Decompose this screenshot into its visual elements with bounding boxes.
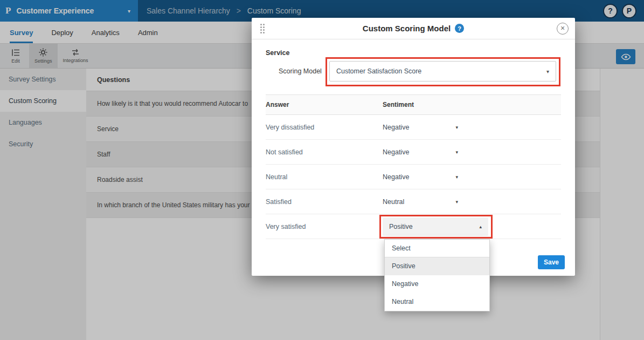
save-button[interactable]: Save [538,255,565,269]
dialog-header: Custom Scoring Model ? × [252,18,575,39]
menu-option-neutral[interactable]: Neutral [385,293,489,311]
sentiment-dropdown-open[interactable]: Positive ▴ [383,217,488,236]
answer-row: Satisfied Neutral ▾ [266,189,561,214]
dialog-body: Service Scoring Model Customer Satisfact… [252,49,575,239]
sentiment-value: Positive [389,223,413,230]
close-icon[interactable]: × [557,23,569,35]
answers-table-header: Answer Sentiment [266,94,561,115]
answer-row: Not satisfied Negative ▾ [266,140,561,165]
answer-row: Neutral Negative ▾ [266,165,561,189]
answer-label: Very dissatisfied [266,124,383,131]
sentiment-dropdown[interactable]: Neutral ▾ [383,198,458,206]
service-section-label: Service [266,49,561,57]
scoring-model-field: Scoring Model Customer Satisfaction Scor… [279,61,556,81]
custom-scoring-model-dialog: Custom Scoring Model ? × Service Scoring… [252,18,575,276]
app-window: P Customer Experience ▾ Sales Channel Hi… [0,0,644,340]
sentiment-value: Neutral [383,198,404,206]
dialog-title: Custom Scoring Model [363,24,451,33]
sentiment-dropdown[interactable]: Negative ▾ [383,173,458,181]
answer-label: Very satisfied [266,223,383,230]
chevron-down-icon: ▾ [455,125,458,130]
dialog-title-wrap: Custom Scoring Model ? [363,24,464,33]
chevron-down-icon: ▾ [455,149,458,155]
answer-label: Satisfied [266,198,383,206]
sentiment-value: Negative [383,148,409,156]
chevron-down-icon: ▾ [455,199,458,205]
menu-option-positive[interactable]: Positive [385,257,489,275]
sentiment-dropdown[interactable]: Negative ▾ [383,148,458,156]
sentiment-dropdown[interactable]: Negative ▾ [383,124,458,131]
drag-handle-icon[interactable] [260,24,265,33]
chevron-down-icon: ▾ [546,69,549,74]
answers-table: Answer Sentiment Very dissatisfied Negat… [266,94,561,239]
sentiment-value: Negative [383,124,409,131]
scoring-model-value: Customer Satisfaction Score [336,67,421,75]
sentiment-options-menu: Select Positive Negative Neutral [384,239,490,311]
sentiment-column-header: Sentiment [383,101,561,108]
answer-label: Not satisfied [266,148,383,156]
dialog-help-icon[interactable]: ? [455,24,464,33]
chevron-down-icon: ▾ [455,174,458,180]
menu-option-select[interactable]: Select [385,240,489,257]
sentiment-value: Negative [383,173,409,181]
menu-option-negative[interactable]: Negative [385,275,489,293]
answer-row: Very satisfied Positive ▴ [266,214,561,239]
chevron-up-icon: ▴ [479,224,482,229]
answer-label: Neutral [266,173,383,181]
scoring-model-label: Scoring Model [279,67,322,75]
scoring-model-select[interactable]: Customer Satisfaction Score ▾ [329,61,556,81]
answer-row: Very dissatisfied Negative ▾ [266,115,561,140]
answer-column-header: Answer [266,101,383,108]
